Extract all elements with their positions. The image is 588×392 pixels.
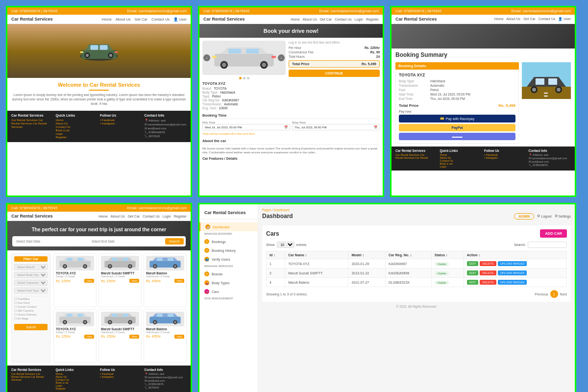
view-btn-6[interactable]: View	[174, 335, 184, 339]
nav-booking-history[interactable]: ≡ Booking History	[199, 246, 258, 255]
view-btn-5[interactable]: View	[129, 335, 139, 339]
footer-link-home[interactable]: Home	[56, 119, 98, 122]
sf-link3[interactable]: Services	[11, 378, 54, 381]
nav-body-types[interactable]: 🚗 Body Types	[199, 278, 258, 287]
upload-btn-1[interactable]: UPLOAD IMAGES	[498, 261, 527, 266]
footer-link-1[interactable]: Car Rental Services Car	[11, 119, 54, 122]
settings-button[interactable]: ⚙ Settings	[555, 214, 571, 218]
delete-btn-3[interactable]: DELETE	[480, 280, 496, 285]
page-number[interactable]: 1	[550, 290, 558, 298]
nav-getcar[interactable]: Get Car	[135, 17, 147, 22]
edit-btn-2[interactable]: EDIT	[467, 270, 479, 275]
paypal-button[interactable]: PayPal	[399, 124, 515, 131]
svg-rect-27	[544, 93, 548, 94]
dot-3[interactable]	[247, 77, 249, 79]
svg-point-16	[262, 63, 266, 67]
footer-link-about[interactable]: About Us	[56, 122, 98, 125]
booking-footer-link-2[interactable]: Rental Services Car Rental	[395, 156, 438, 159]
search-nav-getcar[interactable]: Get Car	[128, 215, 140, 218]
detail-nav-about[interactable]: About Us	[303, 18, 317, 21]
upload-btn-2[interactable]: UPLOAD IMAGES	[498, 270, 527, 275]
detail-reg-row: Car Reg No: KA03K8987	[202, 98, 286, 102]
transmission-select[interactable]: Select Transmission*	[14, 280, 48, 286]
footer-instagram[interactable]: • Instagram	[100, 122, 143, 125]
nav-contact[interactable]: Contact Us	[151, 17, 170, 22]
footer-link-3[interactable]: Services	[11, 125, 54, 128]
view-btn-2[interactable]: View	[129, 279, 139, 283]
nav-home[interactable]: Home	[102, 17, 112, 22]
delete-btn-2[interactable]: DELETE	[480, 270, 496, 275]
car-seats-4: Sedan | 5 Seats	[56, 331, 94, 334]
detail-nav-home[interactable]: Home	[291, 18, 300, 21]
edit-btn-3[interactable]: EDIT	[467, 280, 479, 285]
nav-verify-users[interactable]: 👥 Verify Users	[199, 255, 258, 264]
table-row: 2 Maruti Suzuki SWIFTT 2013-01-22 KA03EA…	[267, 269, 567, 278]
booking-nav-contact[interactable]: Contact Us	[539, 17, 556, 21]
nav-bookings[interactable]: ≡ Bookings	[199, 237, 258, 246]
nav-about[interactable]: About Us	[116, 17, 131, 22]
nav-dashboard[interactable]: 🏠 Dashboard	[199, 222, 258, 231]
view-btn-3[interactable]: View	[174, 279, 184, 283]
sf-instagram[interactable]: • Instagram	[100, 375, 143, 378]
end-date-input[interactable]	[90, 239, 163, 244]
table-body: 1 TOYOTA XYZ 2023-01-29 KA03K8987 Visibl…	[267, 259, 567, 287]
nav-user[interactable]: 👤 User	[173, 17, 187, 22]
footer-link-2[interactable]: Rental Services Car Rental	[11, 122, 54, 125]
booking-nav-home[interactable]: Home	[494, 17, 504, 21]
search-nav-contact[interactable]: Contact Us	[143, 215, 160, 218]
booking-nav-getcar[interactable]: Get Car	[523, 17, 536, 21]
filter-submit-btn[interactable]: Submit	[14, 324, 48, 330]
brand-select[interactable]: Select Brand* Select Brand	[14, 264, 48, 270]
next-label[interactable]: Next	[560, 293, 567, 296]
car-card-1: TOYOTA XYZ Sedan | 5 Seats Rs. 225/hr Vi…	[53, 253, 97, 307]
search-nav-register[interactable]: Register	[174, 215, 187, 218]
entries-select[interactable]: 10 25 50	[277, 242, 294, 248]
detail-nav-getcar[interactable]: Get Car	[320, 18, 332, 21]
razorpay-button[interactable]: 💳 Pay with Razorpay	[399, 115, 515, 122]
logout-button[interactable]: ⚙ Logout	[537, 214, 551, 218]
search-nav-about[interactable]: About Us	[111, 215, 125, 218]
booking-footer-instagram[interactable]: • Instagram	[484, 156, 527, 159]
upload-btn-3[interactable]: UPLOAD IMAGES	[498, 280, 527, 285]
table-search-input[interactable]	[528, 242, 567, 248]
detail-nav-login[interactable]: Login	[355, 18, 363, 21]
carousel-prev[interactable]: ‹	[203, 54, 210, 61]
delete-btn-1[interactable]: DELETE	[480, 261, 496, 266]
th-id: Id ↕	[267, 251, 285, 259]
booking-footer-login[interactable]: Login	[440, 165, 483, 168]
add-car-button[interactable]: ADD CAR	[540, 229, 567, 238]
nav-brands[interactable]: ≡ Brands	[199, 270, 258, 278]
footer-link-register[interactable]: Register	[56, 136, 98, 139]
row1-reg: KA03K8987	[386, 259, 432, 269]
view-btn-4[interactable]: View	[84, 335, 94, 339]
dot-1[interactable]	[239, 77, 242, 79]
nav-cars[interactable]: 🚗 Cars	[199, 287, 258, 296]
continue-button[interactable]: CONTINUE	[289, 70, 380, 77]
table-head: Id ↕ Car Name ↕ Model ↕ Car Reg. No. ↕ S…	[267, 251, 567, 259]
carousel-next[interactable]: ›	[278, 54, 285, 61]
detail-nav-contact[interactable]: Contact Us	[335, 18, 352, 21]
detail-nav-register[interactable]: Register	[366, 18, 379, 21]
search-nav-home[interactable]: Home	[98, 215, 108, 218]
end-time-value[interactable]: Thu, Jul 2023, 05:00 PM 📅	[292, 124, 380, 130]
search-button[interactable]: Search	[165, 238, 184, 245]
sf-register[interactable]: Register	[56, 387, 98, 390]
svg-point-42	[129, 265, 131, 268]
footer-link-book[interactable]: Book a car	[56, 129, 98, 132]
fuel-select[interactable]: Select Fuel Type	[14, 288, 48, 294]
view-btn-1[interactable]: View	[84, 279, 94, 283]
booking-nav-about[interactable]: About Us	[506, 17, 520, 21]
search-nav-login[interactable]: Login	[163, 215, 171, 218]
stripe-button[interactable]: ▬▬▬	[399, 133, 515, 140]
footer-link-login[interactable]: Login	[56, 132, 98, 135]
per-hour-label: Per Hour	[289, 46, 301, 49]
footer-facebook[interactable]: • Facebook	[100, 119, 143, 122]
booking-nav-user[interactable]: 👤 User	[558, 17, 571, 21]
start-date-input[interactable]	[14, 239, 88, 244]
prev-label[interactable]: Previous	[535, 293, 548, 296]
start-time-value[interactable]: Wed 19, Jul 2023, 05:00 PM 📅	[202, 124, 290, 130]
dot-2[interactable]	[243, 77, 245, 79]
footer-link-contact[interactable]: Contact Us	[56, 125, 98, 128]
body-type-select[interactable]: Select Body Types*	[14, 272, 48, 278]
edit-btn-1[interactable]: EDIT	[467, 261, 479, 266]
